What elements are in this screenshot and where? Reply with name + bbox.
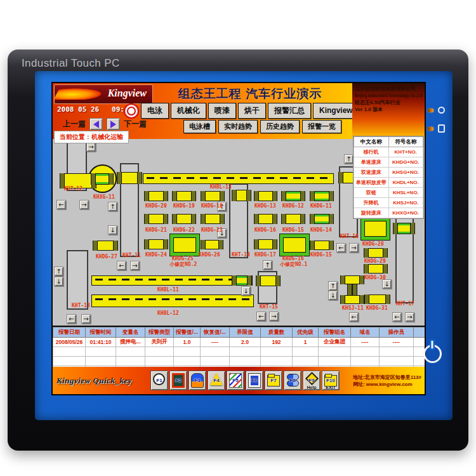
arrow-down-button[interactable]: ↓ [382, 279, 392, 289]
alarm-row[interactable]: 2008/05/2601:41:10搅拌电...关到开1.0----2.0192… [53, 338, 425, 347]
menu-button[interactable]: 机械化 [171, 103, 206, 119]
conveyor-block [310, 214, 334, 224]
equipment-label: KHDG-29 [364, 258, 386, 264]
arrow-up-button[interactable]: ↑ [54, 267, 63, 276]
arrow-left-button[interactable]: ← [67, 314, 76, 324]
equipment-label: KHDG-23 [201, 227, 223, 233]
next-page-button[interactable] [107, 118, 120, 130]
arrow-left-button[interactable]: ← [336, 243, 346, 253]
conveyor-block [144, 214, 168, 224]
arrow-down-button[interactable]: ↓ [328, 291, 338, 300]
arrow-left-button[interactable]: ← [56, 200, 66, 209]
fkey-f5-button[interactable]: F5 [227, 371, 244, 390]
legend-header-cell: 符号名称 [388, 137, 423, 147]
arrow-right-button[interactable]: → [349, 243, 359, 253]
fkey-f3-button[interactable]: F3 [188, 371, 206, 390]
fkey-f9-button[interactable]: F9Help [303, 371, 321, 390]
arrow-right-button[interactable]: → [86, 142, 96, 152]
alarm-header-cell: 质量数 [261, 327, 293, 338]
fkey-sublabel: EXIT [322, 385, 339, 390]
fkey-f7-button[interactable]: F7 [265, 371, 282, 390]
fkey-label: F10 [322, 378, 339, 383]
page-title: 组态王工程 汽车行业演示 [159, 86, 341, 102]
address-line: 地址:北京市海淀区知春里113# [353, 374, 421, 381]
arrow-down-button[interactable]: ↓ [241, 286, 251, 296]
arrow-left-button[interactable]: ← [117, 261, 126, 270]
conveyor-block [201, 214, 225, 224]
legend-cell: 双速滚床 [354, 168, 389, 178]
alarm-cell [319, 357, 351, 366]
belt-conveyor [91, 275, 253, 286]
alarm-cell: 搅拌电... [116, 338, 145, 347]
alarm-cell: 企业集团 [319, 338, 351, 347]
legend-row: 升降机KHSJ+NO. [354, 198, 423, 208]
fkey-label: F8 [284, 378, 301, 383]
legend-cell: KHSJ+NO. [388, 198, 423, 208]
arrow-down-button[interactable]: ↓ [108, 225, 117, 235]
alarm-cell [145, 357, 174, 366]
submenu-button[interactable]: 实时趋势 [218, 120, 258, 133]
legend-cell: 旋转滚床 [354, 208, 389, 218]
legend-cell: KHDL+NO. [388, 178, 423, 188]
arrow-right-button[interactable]: → [269, 312, 279, 321]
menu-button[interactable]: 电泳 [141, 103, 169, 119]
fkey-f10-button[interactable]: F10EXIT [322, 371, 340, 390]
equipment-label: KHT-16 [340, 234, 359, 239]
equipment-label: KHT-17 [396, 301, 414, 307]
arrow-down-button[interactable]: ↓ [54, 277, 63, 286]
arrow-left-button[interactable]: ← [392, 312, 402, 322]
arrow-up-button[interactable]: ↑ [328, 281, 338, 291]
menu-button[interactable]: 烘干 [238, 103, 266, 119]
alarm-cell [319, 347, 351, 357]
address-block: 地址:北京市海淀区知春里113# 网址: www.kingview.com [353, 374, 425, 388]
fkey-f1-button[interactable]: F1 [150, 371, 168, 390]
arrow-left-button[interactable]: ← [349, 312, 359, 322]
alarm-cell [116, 347, 145, 357]
arrow-up-button[interactable]: ↑ [108, 202, 117, 211]
equipment-label: KHBL-13 [210, 184, 232, 190]
submenu-button[interactable]: 报警一览 [302, 120, 341, 133]
alarm-cell [293, 357, 319, 366]
equipment-label: KHT-14 [232, 252, 250, 258]
fkey-label: F5 [227, 378, 244, 383]
alarm-cell [380, 347, 414, 357]
menu-button[interactable]: 喷漆 [208, 103, 236, 119]
fkey-f6-button[interactable]: F6 [246, 371, 263, 390]
submenu-button[interactable]: 历史趋势 [260, 120, 300, 133]
arrow-right-button[interactable]: → [79, 200, 89, 209]
company-line: Ver 1.0 版本 [355, 106, 422, 113]
alarm-cell [53, 357, 86, 366]
fkey-f8-button[interactable]: F8 [284, 371, 301, 390]
conveyor-block [347, 284, 357, 295]
prev-page-button[interactable] [89, 118, 103, 130]
hdd-led-row [428, 124, 445, 133]
power-led-row [428, 107, 445, 114]
scada-screen: Kingview 2008 05 26 09: 41 : 14 上一篇 下一篇 … [51, 82, 426, 395]
touch-pc-monitor: Industrial Touch PC Kingview 2008 05 26 … [8, 50, 468, 451]
alarm-empty-row [53, 347, 425, 357]
equipment-label: KHDG-13 [255, 203, 276, 209]
arrow-up-button[interactable]: ↑ [263, 260, 272, 270]
equipment-label: KHDG-17 [255, 252, 276, 258]
equipment-label: KHDG-31 [366, 305, 388, 311]
fkey-f4-button[interactable]: F4 [208, 371, 225, 390]
power-button[interactable] [421, 340, 444, 363]
fkey-f2-button[interactable]: F2 [169, 371, 187, 390]
conveyor-block [340, 295, 364, 304]
submenu-button[interactable]: 电泳槽 [183, 120, 216, 133]
arrow-right-button[interactable]: → [405, 312, 414, 322]
alarm-header-cell: 域名 [351, 327, 380, 338]
equipment-label: KHSJ-11 [342, 305, 364, 311]
legend-row: 单速积放皮带KHDL+NO. [354, 178, 423, 188]
alarm-cell [230, 347, 261, 357]
menu-button[interactable]: 报警汇总 [268, 103, 311, 119]
conveyor-block [93, 241, 118, 251]
alarm-header-cell: 优先级 [293, 327, 319, 338]
arrow-up-button[interactable]: ↑ [344, 154, 354, 164]
arrow-left-button[interactable]: ← [256, 312, 266, 321]
alarm-header-cell: 报警类型 [145, 327, 174, 338]
legend-cell: 单速积放皮带 [354, 178, 389, 188]
arrow-right-button[interactable]: → [130, 261, 140, 270]
alarm-cell: 2.0 [230, 338, 261, 347]
arrow-right-button[interactable]: → [81, 314, 91, 324]
